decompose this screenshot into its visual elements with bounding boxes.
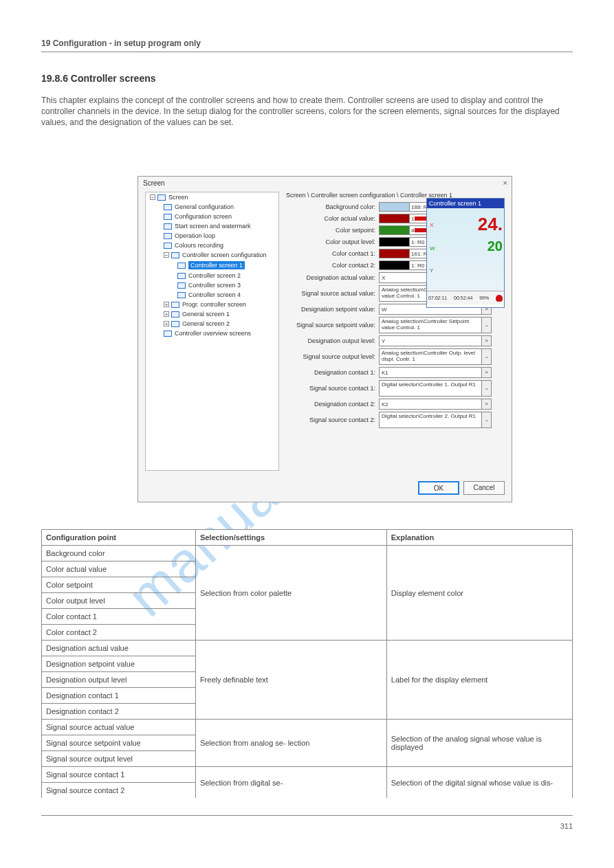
row-desig-c1: Designation contact 1: K1 > xyxy=(286,367,505,378)
tree-item-controller-screen-1[interactable]: Controller screen 1 xyxy=(146,260,278,271)
chevron-down-icon[interactable]: ⌄ xyxy=(482,380,492,397)
screen-icon xyxy=(157,194,166,201)
tree-item-start-screen[interactable]: Start screen and watermark xyxy=(146,221,278,231)
page-frame: 19 Configuration - in setup program only… xyxy=(41,52,573,816)
contact2-color-swatch[interactable] xyxy=(379,260,410,270)
picker-icon[interactable]: > xyxy=(482,335,492,346)
actual-color-label: Color actual value: xyxy=(286,215,379,222)
preview-percent: 99% xyxy=(479,296,489,300)
desig-output-label: Designation output level: xyxy=(286,337,379,344)
bg-color-label: Background color: xyxy=(286,203,379,210)
header-left: 19 Configuration - in setup program only xyxy=(41,38,201,48)
tree-item-overview-screens[interactable]: Controller overview screens xyxy=(146,329,278,338)
tree-root[interactable]: −Screen xyxy=(146,192,278,202)
chevron-down-icon[interactable]: ⌄ xyxy=(482,412,492,428)
table-row: Signal source contact 1Selection from di… xyxy=(42,767,573,783)
tree-item-controller-screen-3[interactable]: Controller screen 3 xyxy=(146,280,278,290)
screen-icon xyxy=(164,223,172,230)
table-row: Signal source actual valueSelection from… xyxy=(42,720,573,735)
dialog-title: Screen xyxy=(143,179,165,187)
screen-icon xyxy=(171,311,179,318)
contact1-color-swatch[interactable] xyxy=(379,249,410,258)
tree-item-controller-screen-2[interactable]: Controller screen 2 xyxy=(146,271,278,280)
screen-icon xyxy=(164,204,172,210)
row-src-c2: Signal source contact 2: Digital selecto… xyxy=(286,412,505,428)
picker-icon[interactable]: > xyxy=(482,367,492,378)
preview-x-label: X xyxy=(430,222,433,228)
preview-statusbar: 07:02:11 00:52:44 99% xyxy=(427,291,504,304)
contact2-color-label: Color contact 2: xyxy=(286,262,379,269)
preview-duration: 00:52:44 xyxy=(454,296,472,300)
expand-icon[interactable]: + xyxy=(164,302,169,307)
output-color-label: Color output level: xyxy=(286,238,379,245)
row-src-setpoint: Signal source setpoint value: Analog sel… xyxy=(286,317,505,333)
form-panel: Screen \ Controller screen configuration… xyxy=(286,192,505,471)
tree-item-progr-controller[interactable]: +Progr. controller screen xyxy=(146,300,278,309)
src-output-label: Signal source output level: xyxy=(286,353,379,360)
collapse-icon[interactable]: − xyxy=(164,252,169,258)
close-icon[interactable]: × xyxy=(503,179,507,187)
tree-view[interactable]: −Screen General configuration Configurat… xyxy=(145,192,279,471)
output-color-swatch[interactable] xyxy=(379,237,410,247)
desig-c2-label: Designation contact 2: xyxy=(286,401,379,408)
chevron-down-icon[interactable]: ⌄ xyxy=(482,348,492,365)
col-explanation: Explanation xyxy=(386,530,572,546)
screen-icon xyxy=(164,243,172,249)
desig-c2-input[interactable]: K2 xyxy=(379,399,482,410)
src-c1-input[interactable]: Digital selector\Controller 1. Output R1 xyxy=(379,380,482,397)
preview-panel: Controller screen 1 X 24. W 20 Y 07:02:1… xyxy=(426,198,505,308)
row-desig-c2: Designation contact 2: K2 > xyxy=(286,399,505,410)
spec-table: Configuration point Selection/settings E… xyxy=(41,529,573,798)
desig-setpoint-label: Designation setpoint value: xyxy=(286,306,379,313)
preview-setpoint-value: 20 xyxy=(487,238,503,254)
tree-item-general-config[interactable]: General configuration xyxy=(146,202,278,212)
screen-icon xyxy=(177,263,186,269)
cancel-button[interactable]: Cancel xyxy=(463,481,505,495)
setpoint-color-label: Color setpoint: xyxy=(286,227,379,234)
tree-item-controller-screen-4[interactable]: Controller screen 4 xyxy=(146,290,278,300)
actual-color-swatch[interactable] xyxy=(379,214,410,223)
setpoint-color-swatch[interactable] xyxy=(379,225,410,235)
table-row: Designation actual valueFreely definable… xyxy=(42,641,573,656)
src-setpoint-label: Signal source setpoint value: xyxy=(286,322,379,329)
picker-icon[interactable]: > xyxy=(482,399,492,410)
src-output-input[interactable]: Analog selection\Controller Outp. level … xyxy=(379,348,482,365)
expand-icon[interactable]: + xyxy=(164,311,169,317)
ok-button[interactable]: OK xyxy=(418,481,459,495)
screen-icon xyxy=(171,252,179,258)
desig-output-input[interactable]: Y xyxy=(379,335,482,346)
preview-body: X 24. W 20 Y xyxy=(427,208,504,291)
preview-w-label: W xyxy=(430,245,435,252)
src-setpoint-input[interactable]: Analog selection\Controller Setpoint val… xyxy=(379,317,482,333)
page-header: 19 Configuration - in setup program only xyxy=(41,38,573,48)
tree-item-controller-config[interactable]: −Controller screen configuration xyxy=(146,250,278,260)
screen-icon xyxy=(177,273,186,279)
tree-item-general-screen-2[interactable]: +General screen 2 xyxy=(146,319,278,329)
bg-color-swatch[interactable] xyxy=(379,202,410,212)
row-desig-output: Designation output level: Y > xyxy=(286,335,505,346)
screen-icon xyxy=(164,233,172,239)
section-heading: 19.8.6 Controller screens xyxy=(41,73,156,84)
src-c1-label: Signal source contact 1: xyxy=(286,385,379,392)
src-c2-input[interactable]: Digital selector\Controller 2. Output R1 xyxy=(379,412,482,428)
expand-icon[interactable]: + xyxy=(164,321,169,326)
row-src-output: Signal source output level: Analog selec… xyxy=(286,348,505,365)
desig-c1-label: Designation contact 1: xyxy=(286,369,379,376)
chevron-down-icon[interactable]: ⌄ xyxy=(482,317,492,333)
tree-item-config-screen[interactable]: Configuration screen xyxy=(146,212,278,221)
dialog-buttons: OK Cancel xyxy=(418,481,505,495)
screen-icon xyxy=(171,321,179,327)
desig-actual-label: Designation actual value: xyxy=(286,274,379,281)
col-config-point: Configuration point xyxy=(42,530,196,546)
preview-y-label: Y xyxy=(430,267,433,274)
screen-icon xyxy=(177,282,186,289)
src-c2-label: Signal source contact 2: xyxy=(286,416,379,423)
screen-icon xyxy=(164,214,172,220)
tree-item-general-screen-1[interactable]: +General screen 1 xyxy=(146,309,278,319)
tree-item-colours-recording[interactable]: Colours recording xyxy=(146,241,278,250)
desig-c1-input[interactable]: K1 xyxy=(379,367,482,378)
collapse-icon[interactable]: − xyxy=(150,194,155,200)
tree-item-operation-loop[interactable]: Operation loop xyxy=(146,231,278,241)
footer-right: 311 xyxy=(560,822,573,830)
col-selection: Selection/settings xyxy=(195,530,386,546)
